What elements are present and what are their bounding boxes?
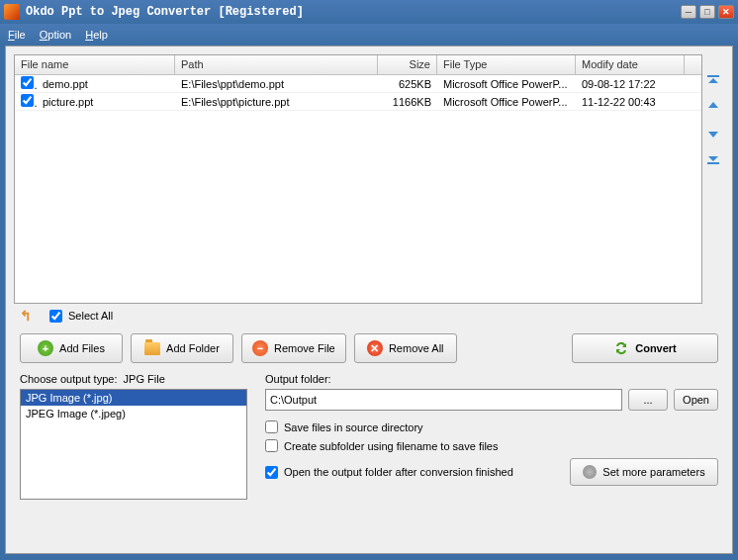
folder-icon [144,342,160,355]
maximize-button[interactable]: □ [699,5,715,19]
file-grid[interactable]: File name Path Size File Type Modify dat… [14,54,702,304]
menu-option[interactable]: Option [40,29,71,41]
remove-file-label: Remove File [274,342,335,354]
list-item[interactable]: JPEG Image (*.jpeg) [21,406,246,421]
select-all-checkbox[interactable] [49,310,62,323]
create-subfolder-checkbox[interactable] [265,439,278,452]
add-folder-button[interactable]: Add Folder [131,333,233,363]
header-path[interactable]: Path [175,55,378,74]
cell-path: E:\Files\ppt\picture.ppt [175,95,378,109]
more-parameters-label: Set more parameters [602,466,704,478]
add-files-button[interactable]: + Add Files [20,333,123,363]
cell-type: Microsoft Office PowerP... [437,95,576,109]
close-button[interactable]: ✕ [718,5,734,19]
minus-icon: − [252,340,268,356]
move-bottom-button[interactable] [704,149,722,167]
header-filename[interactable]: File name [15,55,175,74]
header-size[interactable]: Size [378,55,437,74]
row-checkbox[interactable] [21,94,34,107]
reorder-arrows [702,54,724,304]
output-type-list[interactable]: JPG Image (*.jpg)JPEG Image (*.jpeg) [20,389,247,500]
convert-button[interactable]: Convert [572,333,718,363]
convert-label: Convert [635,342,677,354]
open-folder-button[interactable]: Open [674,389,718,411]
remove-all-button[interactable]: ✕ Remove All [354,333,457,363]
cell-size: 625KB [378,77,437,91]
cell-type: Microsoft Office PowerP... [437,77,576,91]
content-area: File name Path Size File Type Modify dat… [5,46,733,554]
move-up-button[interactable] [704,98,722,116]
menubar: File Option Help [0,24,738,46]
cell-name: picture.ppt [37,95,175,109]
cell-size: 1166KB [378,95,437,109]
browse-button[interactable]: ... [628,389,668,411]
output-folder-input[interactable] [265,389,622,411]
save-in-source-label: Save files in source directory [284,421,423,433]
add-folder-label: Add Folder [166,342,220,354]
open-after-label: Open the output folder after conversion … [284,466,513,478]
create-subfolder-label: Create subfolder using filename to save … [284,440,498,452]
output-type-label: Choose output type: JPG File [20,373,247,385]
header-date[interactable]: Modify date [576,55,685,74]
save-in-source-checkbox[interactable] [265,420,278,433]
add-files-label: Add Files [59,342,105,354]
menu-help[interactable]: Help [85,29,108,41]
menu-file[interactable]: File [8,29,26,41]
cell-path: E:\Files\ppt\demo.ppt [175,77,378,91]
move-top-button[interactable] [704,72,722,90]
select-all-label: Select All [68,310,113,322]
window-title: Okdo Ppt to Jpeg Converter [Registered] [26,5,681,19]
list-item[interactable]: JPG Image (*.jpg) [21,390,246,406]
convert-icon [613,340,629,356]
header-type[interactable]: File Type [437,55,576,74]
remove-all-label: Remove All [389,342,444,354]
table-row[interactable]: picture.pptE:\Files\ppt\picture.ppt1166K… [15,93,701,111]
cell-name: demo.ppt [37,77,175,91]
table-row[interactable]: demo.pptE:\Files\ppt\demo.ppt625KBMicros… [15,75,701,93]
row-checkbox[interactable] [21,76,34,89]
titlebar: Okdo Ppt to Jpeg Converter [Registered] … [0,0,738,24]
minimize-button[interactable]: ─ [681,5,696,19]
move-down-button[interactable] [704,124,722,141]
grid-header: File name Path Size File Type Modify dat… [15,55,701,75]
up-folder-icon[interactable]: ↰ [20,308,32,324]
more-parameters-button[interactable]: Set more parameters [570,458,718,486]
cell-date: 11-12-22 00:43 [576,95,685,109]
plus-icon: + [38,340,53,356]
x-icon: ✕ [367,340,383,356]
remove-file-button[interactable]: − Remove File [241,333,346,363]
open-after-checkbox[interactable] [265,466,278,479]
cell-date: 09-08-12 17:22 [576,77,685,91]
output-folder-label: Output folder: [265,373,718,385]
gear-icon [583,465,597,479]
app-logo-icon [4,4,20,20]
